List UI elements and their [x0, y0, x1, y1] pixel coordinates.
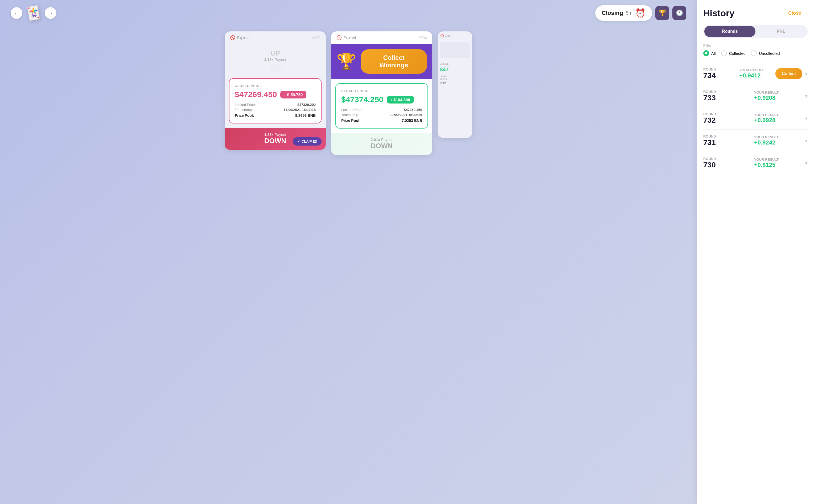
closing-badge: Closing 5m ⏰: [595, 5, 652, 21]
result-value-733: +0.9208: [754, 94, 805, 101]
next-arrow-button[interactable]: →: [45, 7, 56, 19]
main-price-733: $47269.450: [235, 90, 277, 99]
down-payout-733: 1.85x Payout: [230, 133, 320, 137]
result-value-734: +0.9412: [739, 72, 775, 79]
history-row-734[interactable]: Round 734 Your Result +0.9412 Collect ▾: [703, 63, 808, 85]
price-diff-733: ↓ $-59.750: [280, 91, 307, 98]
partial-price: $47: [440, 67, 470, 73]
left-arrow-icon: ←: [14, 10, 19, 16]
partial-up-area: [440, 42, 470, 58]
close-button[interactable]: Close →: [788, 10, 808, 16]
round-label-731: Round: [703, 134, 754, 138]
trophy-icon: 🏆: [659, 10, 666, 16]
round-info-730: Round 730: [703, 157, 754, 169]
chevron-down-icon-731: ▾: [805, 138, 808, 144]
ban-icon-733: 🚫: [230, 35, 235, 40]
prev-arrow-button[interactable]: ←: [11, 7, 22, 19]
history-header: History Close →: [703, 8, 808, 18]
collect-winnings-button-734[interactable]: Collect Winnings: [361, 49, 427, 74]
chevron-731[interactable]: ▾: [805, 138, 808, 144]
result-label-733: Your Result: [754, 90, 805, 94]
card-emoji-icon: 🃏: [24, 4, 43, 22]
result-info-732: Your Result +0.6928: [754, 113, 805, 124]
round-num-734: #734: [419, 36, 427, 40]
price-details-733: Locked Price: $47329.200 Timestamp: 17/0…: [235, 103, 316, 118]
round-label-734: Round: [703, 67, 739, 71]
close-label: Close: [788, 10, 801, 16]
prize-pool-row-734: Prize Pool: 7.0253 BNB: [341, 118, 422, 123]
down-section-733: 1.85x Payout DOWN ✓ CLAIMED: [225, 128, 326, 150]
claimed-badge-733: ✓ CLAIMED: [293, 137, 322, 146]
history-row-730[interactable]: Round 730 Your Result +0.8125 ▾: [703, 152, 808, 174]
chevron-733[interactable]: ▾: [805, 93, 808, 99]
chevron-down-icon-732: ▾: [805, 115, 808, 121]
history-row-732[interactable]: Round 732 Your Result +0.6928 ▾: [703, 107, 808, 130]
history-icon: 🕐: [676, 10, 683, 16]
card-734: 🚫 Expired #734 🏆 Collect Winnings CLOSED…: [331, 31, 432, 155]
round-number-733: 733: [703, 94, 754, 102]
price-details-734: Locked Price: $47269.450 Timestamp: 17/0…: [341, 108, 422, 123]
ban-icon-734: 🚫: [336, 35, 342, 40]
filter-all-radio[interactable]: [703, 50, 709, 56]
card-733-header: 🚫 Expired #733: [225, 31, 326, 44]
history-button[interactable]: 🕐: [672, 6, 686, 20]
prize-pool-row-733: Prize Pool: 8.8656 BNB: [235, 113, 316, 118]
history-row-733[interactable]: Round 733 Your Result +0.9208 ▾: [703, 85, 808, 107]
tab-pnl-button[interactable]: PNL: [755, 26, 807, 37]
result-info-734: Your Result +0.9412: [739, 68, 775, 79]
card-734-header: 🚫 Expired #734: [331, 31, 432, 44]
chevron-730[interactable]: ▾: [805, 160, 808, 166]
expired-label-733: 🚫 Expired: [230, 35, 249, 40]
timestamp-row-733: Timestamp: 17/09/2021 16:17:18: [235, 108, 316, 112]
chevron-732[interactable]: ▾: [805, 115, 808, 122]
chevron-down-icon-734: ▾: [805, 71, 808, 77]
partial-price-section: CLOSE $47 Locke Times Prize: [438, 60, 472, 87]
price-diff-734: ↑ $104.800: [387, 96, 414, 104]
up-payout-733: 2.18x Payout: [225, 57, 326, 62]
round-info-734: Round 734: [703, 67, 739, 80]
locked-price-row-733: Locked Price: $47329.200: [235, 103, 316, 107]
round-label-733: Round: [703, 90, 754, 94]
expired-label-734: 🚫 Expired: [336, 35, 356, 40]
filter-collected-label: Collected: [729, 51, 746, 56]
partial-prize-label: Prize: [440, 82, 470, 85]
check-icon-claimed: ✓: [297, 139, 300, 143]
result-value-730: +0.8125: [754, 162, 805, 168]
tab-rounds-button[interactable]: Rounds: [704, 26, 755, 37]
result-label-732: Your Result: [754, 113, 805, 117]
result-value-731: +0.9242: [754, 139, 805, 146]
history-row-731[interactable]: Round 731 Your Result +0.9242 ▾: [703, 130, 808, 152]
partial-locked-label: Locke: [440, 75, 470, 78]
filter-collected-radio[interactable]: [721, 50, 727, 56]
round-number-732: 732: [703, 116, 754, 125]
closing-timer: 5m: [626, 10, 632, 16]
collect-button-734[interactable]: Collect: [775, 68, 802, 79]
closing-label: Closing: [602, 10, 623, 16]
filter-uncollected-option[interactable]: Uncollected: [751, 50, 780, 56]
card-partial: 🚫 Expir CLOSE $47 Locke Times Prize: [438, 31, 472, 138]
close-arrow-icon: →: [803, 10, 808, 16]
filter-collected-option[interactable]: Collected: [721, 50, 746, 56]
timer-icon: ⏰: [635, 8, 646, 18]
filter-label: Filter: [703, 43, 808, 48]
result-info-731: Your Result +0.9242: [754, 135, 805, 146]
down-label-734: DOWN: [336, 142, 427, 150]
trophy-button[interactable]: 🏆: [655, 6, 669, 20]
filter-uncollected-radio[interactable]: [751, 50, 757, 56]
cards-container: 🚫 Expired #733 UP 2.18x Payout CLOSED PR…: [225, 31, 472, 155]
up-label-733: UP: [225, 49, 326, 57]
main-price-734: $47374.250: [341, 95, 384, 104]
timestamp-row-734: Timestamp: 17/09/2021 16:22:25: [341, 113, 422, 117]
filter-all-label: All: [711, 51, 716, 56]
price-row-733: $47269.450 ↓ $-59.750: [235, 90, 316, 99]
partial-close-label: CLOSE: [440, 63, 470, 65]
filter-row: All Collected Uncollected: [703, 50, 808, 56]
round-number-730: 730: [703, 161, 754, 169]
price-row-734: $47374.250 ↑ $104.800: [341, 95, 422, 104]
chevron-734[interactable]: ▾: [805, 71, 808, 77]
partial-ts-label: Times: [440, 78, 470, 81]
round-num-733: #733: [312, 36, 320, 40]
tab-container: Rounds PNL: [703, 25, 808, 38]
filter-all-option[interactable]: All: [703, 50, 716, 56]
history-panel: History Close → Rounds PNL Filter All Co…: [697, 0, 814, 504]
